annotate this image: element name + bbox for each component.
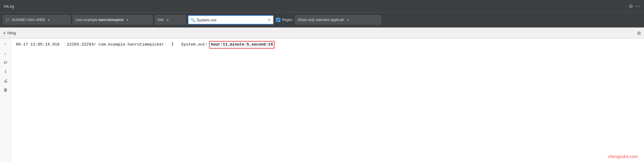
level-dropdown[interactable]: Info ▼ <box>155 15 185 24</box>
wrap-icon[interactable]: ⇄ <box>4 60 7 65</box>
log-tab-bar: ≡ hilog ⊞ <box>0 28 644 39</box>
log-timestamp: 06-17 11:05:14.918 <box>16 42 60 47</box>
scroll-bottom-icon[interactable]: ⇩ <box>4 69 7 74</box>
device-value: HUAWEI ANA-AN00 <box>12 18 45 22</box>
show-dropdown[interactable]: Show only selected applicati ▼ <box>295 15 381 24</box>
regex-label-text: Regex <box>282 18 293 22</box>
level-arrow-icon: ▼ <box>166 18 169 22</box>
delete-icon[interactable]: 🗑 <box>3 87 8 92</box>
toolbar: ☐ HUAWEI ANA-AN00 ▼ com.example.hanrutim… <box>0 12 644 28</box>
regex-toggle[interactable]: Regex <box>276 18 293 22</box>
tab-columns-icon[interactable]: ⊞ <box>637 31 641 35</box>
search-box[interactable]: 🔍 ✕ <box>188 15 274 24</box>
main-area: ≡ hilog ⊞ ↑ ↓ ⇄ ⇩ 🖨 🗑 06-17 11:05:14.918… <box>0 28 644 162</box>
log-sidebar: ↑ ↓ ⇄ ⇩ 🖨 🗑 <box>0 39 11 162</box>
package-dropdown[interactable]: com.example.hanrutimepick ▼ <box>73 15 152 24</box>
tab-menu-icon: ≡ <box>3 31 6 35</box>
settings-icon[interactable]: ⚙ <box>629 3 633 9</box>
log-lines: 06-17 11:05:14.918 22293-22293/ com.exam… <box>11 39 644 162</box>
title-bar: HiLog ⚙ — <box>0 0 644 12</box>
show-value: Show only selected applicati <box>298 18 344 22</box>
tab-label[interactable]: hilog <box>7 31 16 35</box>
log-package: com.example.hanrutimepicker <box>99 42 164 47</box>
package-value: com.example.hanrutimepick <box>76 18 124 22</box>
table-row: 06-17 11:05:14.918 22293-22293/ com.exam… <box>16 41 639 49</box>
log-pid: 22293-22293 <box>67 42 94 47</box>
device-arrow-icon: ▼ <box>47 18 51 22</box>
log-level: I <box>171 42 174 47</box>
search-icon: 🔍 <box>190 18 195 22</box>
log-text: 06-17 11:05:14.918 22293-22293/ com.exam… <box>16 42 208 48</box>
title-bar-controls: ⚙ — <box>629 3 640 9</box>
package-arrow-icon: ▼ <box>126 18 129 22</box>
app-title: HiLog <box>4 4 14 9</box>
clear-icon[interactable]: ✕ <box>268 17 271 22</box>
print-icon[interactable]: 🖨 <box>3 78 8 83</box>
minimize-icon[interactable]: — <box>635 3 640 9</box>
log-message: hour:11,minute:5,second:14 <box>209 41 275 49</box>
search-input[interactable] <box>197 18 266 22</box>
show-arrow-icon: ▼ <box>346 18 349 22</box>
watermark: chengxuka.com <box>608 154 638 159</box>
device-dropdown[interactable]: ☐ HUAWEI ANA-AN00 ▼ <box>3 15 70 24</box>
log-content: ↑ ↓ ⇄ ⇩ 🖨 🗑 06-17 11:05:14.918 22293-222… <box>0 39 644 162</box>
scroll-down-icon[interactable]: ↓ <box>4 51 6 56</box>
log-tag: System.out: <box>181 42 208 47</box>
level-value: Info <box>158 18 164 22</box>
scroll-up-icon[interactable]: ↑ <box>4 42 6 46</box>
phone-icon: ☐ <box>6 18 9 22</box>
regex-checkbox[interactable] <box>276 18 280 22</box>
